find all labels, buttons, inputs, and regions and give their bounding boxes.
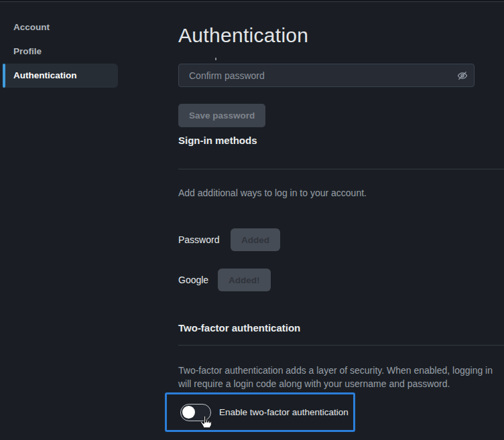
divider <box>178 345 504 346</box>
signin-methods-heading: Sign-in methods <box>178 135 257 146</box>
two-factor-toggle[interactable] <box>180 404 211 421</box>
two-factor-description: Two-factor authentication adds a layer o… <box>178 364 493 390</box>
sidebar-item-account[interactable]: Account <box>13 22 50 33</box>
stray-dot <box>215 58 216 60</box>
two-factor-description-line2: will require a login code along with you… <box>178 378 450 389</box>
page-title: Authentication <box>178 24 308 47</box>
divider <box>178 169 504 169</box>
two-factor-heading: Two-factor authentication <box>178 322 300 334</box>
password-added-button[interactable]: Added <box>231 228 280 251</box>
save-password-button[interactable]: Save password <box>178 104 265 127</box>
two-factor-toggle-label: Enable two-factor authentication <box>219 407 349 417</box>
sidebar-item-authentication[interactable]: Authentication <box>3 64 118 88</box>
window-top-edge <box>0 0 504 2</box>
method-label-google: Google <box>178 275 208 285</box>
two-factor-description-line1: Two-factor authentication adds a layer o… <box>178 365 493 376</box>
method-label-password: Password <box>178 234 219 245</box>
toggle-knob <box>182 406 195 419</box>
authentication-settings-page: Account Profile Authentication Authentic… <box>0 0 504 440</box>
sidebar-item-label: Authentication <box>13 70 77 81</box>
active-indicator-bar <box>3 64 5 88</box>
google-added-button[interactable]: Added! <box>218 269 271 291</box>
confirm-password-input[interactable] <box>178 64 475 87</box>
two-factor-toggle-focus-box: Enable two-factor authentication <box>165 392 355 432</box>
sidebar-item-profile[interactable]: Profile <box>13 46 42 57</box>
signin-methods-description: Add additional ways to log in to your ac… <box>178 186 367 200</box>
eye-off-icon[interactable] <box>457 70 468 81</box>
